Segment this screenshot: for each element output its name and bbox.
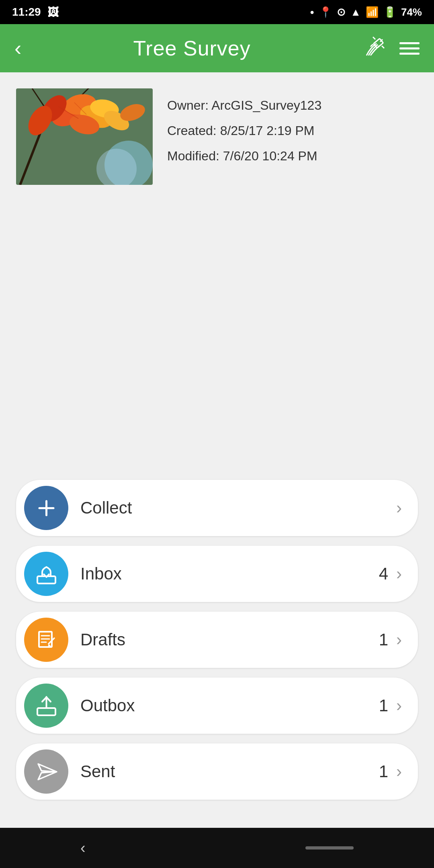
survey-thumbnail xyxy=(16,88,153,185)
drafts-button[interactable]: Drafts 1 › xyxy=(16,612,418,668)
outbox-label: Outbox xyxy=(80,696,379,715)
sent-label: Sent xyxy=(80,762,379,781)
top-nav: ‹ Tree Survey xyxy=(0,24,434,72)
outbox-count: 1 xyxy=(379,696,388,715)
svg-rect-33 xyxy=(37,708,55,715)
main-content: Owner: ArcGIS_Survey123 Created: 8/25/17… xyxy=(0,72,434,828)
time: 11:29 xyxy=(12,6,41,18)
spacer xyxy=(16,205,418,480)
circle-icon: ⊙ xyxy=(337,6,346,18)
back-button[interactable]: ‹ xyxy=(14,38,21,59)
action-list: Collect › Inbox 4 › xyxy=(16,480,418,800)
nav-right-icons xyxy=(362,35,420,61)
battery-icon: 🔋 xyxy=(383,6,396,18)
drafts-count: 1 xyxy=(379,630,388,649)
drafts-label: Drafts xyxy=(80,630,379,649)
svg-line-1 xyxy=(373,37,375,39)
drafts-chevron: › xyxy=(396,630,402,649)
photo-icon: 🖼 xyxy=(47,6,59,19)
collect-chevron: › xyxy=(396,498,402,518)
survey-meta: Owner: ArcGIS_Survey123 Created: 8/25/17… xyxy=(167,88,321,165)
survey-created: Created: 8/25/17 2:19 PM xyxy=(167,122,321,140)
location-icon: 📍 xyxy=(319,6,332,18)
inbox-count: 4 xyxy=(379,564,388,583)
svg-line-4 xyxy=(382,46,384,48)
bottom-home-pill[interactable] xyxy=(305,846,354,850)
satellite-icon[interactable] xyxy=(362,35,387,61)
bottom-nav-bar: ‹ xyxy=(0,828,434,868)
inbox-icon-circle xyxy=(24,552,68,596)
inbox-label: Inbox xyxy=(80,564,379,583)
collect-icon-circle xyxy=(24,486,68,530)
hamburger-menu-button[interactable] xyxy=(399,42,420,55)
battery-percent: 74% xyxy=(401,6,422,18)
status-right: ● 📍 ⊙ ▲ 📶 🔋 74% xyxy=(310,6,422,18)
collect-button[interactable]: Collect › xyxy=(16,480,418,536)
bottom-back-button[interactable]: ‹ xyxy=(80,839,86,857)
drafts-icon-circle xyxy=(24,618,68,662)
outbox-chevron: › xyxy=(396,696,402,715)
collect-label: Collect xyxy=(80,498,388,518)
inbox-button[interactable]: Inbox 4 › xyxy=(16,546,418,602)
status-bar: 11:29 🖼 ● 📍 ⊙ ▲ 📶 🔋 74% xyxy=(0,0,434,24)
sent-icon-circle xyxy=(24,749,68,794)
page-title: Tree Survey xyxy=(133,36,251,60)
signal-icon: 📶 xyxy=(366,6,379,18)
outbox-button[interactable]: Outbox 1 › xyxy=(16,678,418,734)
status-left: 11:29 🖼 xyxy=(12,6,59,19)
outbox-icon-circle xyxy=(24,684,68,728)
survey-owner: Owner: ArcGIS_Survey123 xyxy=(167,96,321,115)
inbox-chevron: › xyxy=(396,564,402,583)
sent-count: 1 xyxy=(379,762,388,781)
survey-modified: Modified: 7/6/20 10:24 PM xyxy=(167,147,321,165)
sent-chevron: › xyxy=(396,762,402,781)
survey-info-card: Owner: ArcGIS_Survey123 Created: 8/25/17… xyxy=(16,84,418,189)
dot-indicator: ● xyxy=(310,8,314,16)
wifi-icon: ▲ xyxy=(350,6,361,18)
sent-button[interactable]: Sent 1 › xyxy=(16,743,418,800)
